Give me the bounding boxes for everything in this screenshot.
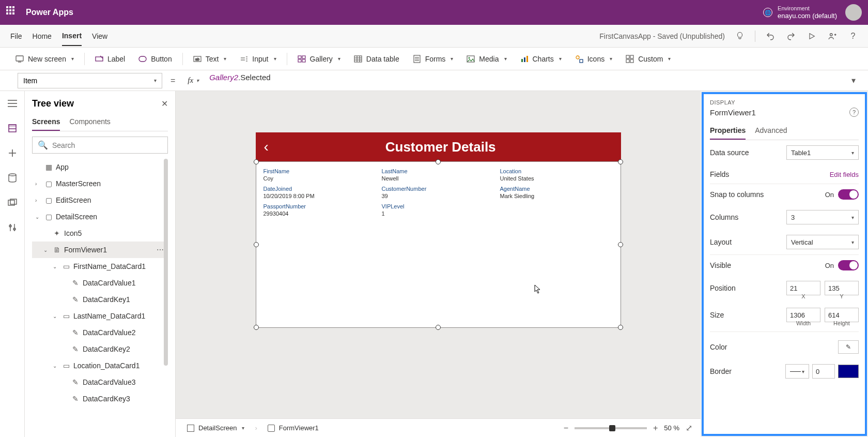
menu-home[interactable]: Home [33, 27, 52, 46]
tree-node-dcv3[interactable]: ✎DataCardValue3 [32, 374, 168, 390]
insert-label-button[interactable]: Label [90, 52, 130, 66]
insert-text-button[interactable]: ab Text▾ [188, 52, 232, 66]
edit-icon: ✎ [71, 378, 80, 386]
resize-handle[interactable] [436, 325, 441, 330]
tab-properties[interactable]: Properties [710, 122, 746, 140]
resize-handle[interactable] [254, 159, 259, 164]
property-selector[interactable]: Item ▾ [18, 73, 162, 88]
close-icon[interactable]: ✕ [161, 99, 168, 109]
play-icon[interactable] [806, 31, 817, 42]
insert-charts-button[interactable]: Charts▾ [515, 52, 567, 66]
search-input[interactable] [52, 141, 162, 149]
tree-node-firstname-card[interactable]: ⌄▭FirstName_DataCard1 [32, 258, 168, 275]
tree-node-dcv1[interactable]: ✎DataCardValue1 [32, 275, 168, 291]
insert-custom-button[interactable]: Custom▾ [621, 52, 676, 66]
insert-forms-button[interactable]: Forms▾ [408, 52, 459, 66]
border-color-swatch[interactable] [838, 365, 859, 378]
columns-select[interactable]: 3▾ [786, 210, 859, 224]
tab-advanced[interactable]: Advanced [755, 122, 787, 140]
snap-toggle[interactable] [838, 189, 859, 200]
tree-node-formviewer1[interactable]: ⌄🗎FormViewer1⋯ [32, 242, 168, 258]
edit-fields-link[interactable]: Edit fields [830, 171, 859, 178]
hamburger-icon[interactable] [6, 97, 19, 110]
form-data-card[interactable]: CustomerNumber39 [382, 186, 495, 199]
border-style-select[interactable]: ▾ [785, 364, 809, 379]
insert-pane-icon[interactable] [6, 147, 19, 159]
insert-media-button[interactable]: Media▾ [461, 52, 512, 66]
form-data-card[interactable]: DateJoined10/20/2019 8:00 PM [264, 186, 377, 199]
menu-view[interactable]: View [92, 27, 107, 46]
zoom-out-button[interactable]: − [564, 424, 568, 433]
fx-button[interactable]: fx▾ [183, 76, 203, 85]
tab-screens[interactable]: Screens [32, 113, 60, 131]
tree-node-editscreen[interactable]: ›▢EditScreen [32, 192, 168, 208]
data-source-select[interactable]: Table1▾ [786, 145, 859, 160]
insert-data-table-button[interactable]: Data table [349, 52, 405, 66]
app-checker-icon[interactable] [734, 31, 746, 42]
resize-handle[interactable] [254, 325, 259, 330]
tab-components[interactable]: Components [69, 113, 110, 131]
tree-node-lastname-card[interactable]: ⌄▭LastName_DataCard1 [32, 308, 168, 324]
environment-picker[interactable]: 🌐 Environment enayu.com (default) [763, 5, 837, 20]
breadcrumb-element[interactable]: FormViewer1 [265, 422, 322, 434]
tree-node-location-card[interactable]: ⌄▭Location_DataCard1 [32, 357, 168, 374]
tree-node-app[interactable]: ▦App [32, 159, 168, 175]
insert-icons-button[interactable]: Icons▾ [570, 52, 617, 66]
tree-node-detailscreen[interactable]: ⌄▢DetailScreen [32, 208, 168, 225]
new-screen-button[interactable]: New screen▾ [10, 52, 79, 66]
tree-node-icon5[interactable]: ✦Icon5 [32, 225, 168, 242]
redo-icon[interactable] [785, 31, 797, 42]
advanced-tools-icon[interactable] [6, 221, 19, 234]
form-data-card[interactable]: VIPLevel1 [382, 203, 495, 217]
resize-handle[interactable] [618, 325, 623, 330]
media-pane-icon[interactable] [6, 197, 19, 209]
scrollbar[interactable] [164, 159, 168, 366]
form-data-card[interactable]: LocationUnited States [500, 168, 613, 182]
back-arrow-icon[interactable]: ‹ [264, 139, 269, 155]
menu-insert[interactable]: Insert [62, 26, 82, 46]
undo-icon[interactable] [765, 31, 776, 42]
more-icon[interactable]: ⋯ [157, 246, 164, 254]
tree-search[interactable]: 🔍 [32, 137, 168, 154]
form-data-card[interactable]: PassportNumber29930404 [264, 203, 377, 217]
canvas[interactable]: ‹ Customer Details FirstNameCoyLastNameN… [176, 91, 701, 437]
data-pane-icon[interactable] [6, 172, 19, 184]
expand-formula-icon[interactable]: ▾ [847, 76, 860, 85]
user-avatar[interactable] [845, 4, 862, 21]
insert-input-button[interactable]: Input▾ [235, 52, 281, 66]
form-data-card[interactable]: FirstNameCoy [264, 168, 377, 182]
insert-button-button[interactable]: Button [133, 52, 177, 66]
help-icon[interactable]: ? [849, 108, 859, 117]
color-picker[interactable]: ✎ [838, 340, 859, 354]
visible-toggle[interactable] [838, 260, 859, 270]
tree-node-dck1[interactable]: ✎DataCardKey1 [32, 291, 168, 308]
border-width-input[interactable]: 0 [812, 364, 835, 379]
edit-icon: ✎ [71, 279, 80, 287]
insert-gallery-button[interactable]: Gallery▾ [292, 52, 346, 66]
tree-node-dck3[interactable]: ✎DataCardKey3 [32, 390, 168, 407]
form-viewer-control[interactable]: FirstNameCoyLastNameNewellLocationUnited… [256, 161, 621, 328]
resize-handle[interactable] [618, 242, 623, 247]
zoom-slider[interactable] [575, 427, 647, 429]
resize-handle[interactable] [254, 242, 259, 247]
zoom-in-button[interactable]: + [653, 424, 658, 433]
form-data-card[interactable]: AgentNameMark Siedling [500, 186, 613, 199]
svg-point-28 [469, 57, 470, 58]
formula-input[interactable]: Gallery2.Selected [209, 73, 841, 88]
fit-to-screen-icon[interactable]: ⤢ [686, 423, 692, 433]
card-icon: ▭ [62, 262, 70, 270]
form-data-card[interactable]: LastNameNewell [382, 168, 495, 182]
tree-view-icon[interactable] [6, 122, 19, 134]
share-icon[interactable] [827, 31, 838, 42]
tree-node-masterscreen[interactable]: ›▢MasterScreen [32, 175, 168, 192]
resize-handle[interactable] [618, 159, 623, 164]
menu-file[interactable]: File [10, 27, 22, 46]
resize-handle[interactable] [436, 159, 441, 164]
svg-text:ab: ab [195, 57, 199, 61]
tree-node-dck2[interactable]: ✎DataCardKey2 [32, 341, 168, 357]
help-icon[interactable]: ? [847, 31, 859, 42]
tree-node-dcv2[interactable]: ✎DataCardValue2 [32, 324, 168, 341]
app-launcher-icon[interactable] [6, 6, 19, 19]
layout-select[interactable]: Vertical▾ [786, 235, 859, 249]
breadcrumb-screen[interactable]: DetailScreen▾ [184, 422, 247, 434]
